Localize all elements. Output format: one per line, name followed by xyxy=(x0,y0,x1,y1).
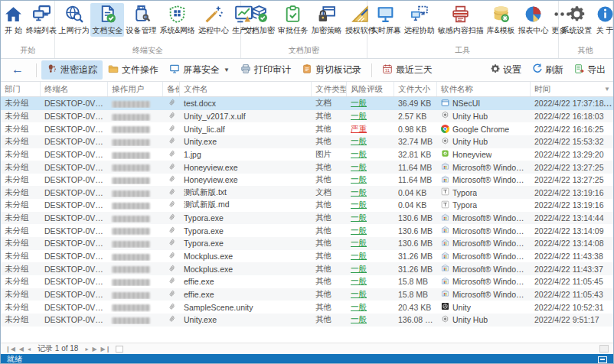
settings-button[interactable]: 设置 xyxy=(488,61,523,79)
leak-trace-button[interactable]: 泄密追踪 xyxy=(41,60,103,80)
row-more-button[interactable]: ... xyxy=(604,99,613,108)
ribbon-item-encryption-policy[interactable]: 加密策略 xyxy=(310,3,344,37)
ribbon-item-label: 加密策略 xyxy=(312,25,342,36)
ribbon-item-library-templates[interactable]: 库&模板 xyxy=(485,3,517,37)
ribbon-item-about[interactable]: 关 于 xyxy=(594,3,613,37)
ribbon-item-label: 上网行为 xyxy=(58,25,89,36)
col-header-attach[interactable]: 备份 xyxy=(163,82,180,96)
ribbon-item-live-screen[interactable]: 实时屏幕 xyxy=(369,3,403,37)
cell-time: 2022/4/22 13:27:25 xyxy=(531,175,613,184)
table-row[interactable]: 未分组DESKTOP-0VIDMDJUnity_lic.alf其他严重0.98 … xyxy=(1,122,613,135)
screen-security-button[interactable]: 屏幕安全▼ xyxy=(164,60,235,80)
col-header-software[interactable]: 软件名称 xyxy=(437,82,531,96)
ribbon-item-document-security[interactable]: 文档安全 xyxy=(90,3,124,37)
cell-attachment xyxy=(163,264,180,275)
ribbon-item-remote-center[interactable]: 远程中心 xyxy=(197,3,230,37)
table-row[interactable]: 未分组DESKTOP-0VIDMDJUnity_v2017.x.ulf其他一般2… xyxy=(1,110,613,123)
ribbon-item-sensitive-scan[interactable]: 敏感内容扫描 xyxy=(436,3,485,37)
risk-grade-link[interactable]: 一般 xyxy=(351,226,367,235)
cell-risk: 一般 xyxy=(347,251,394,262)
last-three-days-button[interactable]: 31最近三天 xyxy=(377,60,438,80)
column-filter-icon[interactable]: ▼ xyxy=(604,86,610,93)
ribbon-item-home[interactable]: 开 始 xyxy=(2,3,24,37)
table-row[interactable]: 未分组DESKTOP-0VIDMDJ测试新版.md其他一般0.04 KBTypo… xyxy=(1,199,613,212)
software-name: Microsoft® Windows® Oper... xyxy=(452,265,527,274)
table-row[interactable]: 未分组DESKTOP-0VIDMDJHoneyview.exe其他一般11.64… xyxy=(1,174,613,187)
table-row[interactable]: 未分组DESKTOP-0VIDMDJTypora.exe其他一般130.6 MB… xyxy=(1,224,613,237)
table-row[interactable]: 未分组DESKTOP-0VIDMDJTypora.exe其他一般130.6 MB… xyxy=(1,237,613,250)
risk-grade-link[interactable]: 一般 xyxy=(351,162,367,171)
risk-grade-link[interactable]: 一般 xyxy=(351,314,367,323)
next-step-button[interactable]: ▸ xyxy=(85,346,88,353)
ribbon-item-remote-assist[interactable]: 远程协助 xyxy=(403,3,436,37)
paperclip-icon xyxy=(165,162,178,173)
first-page-button[interactable]: ❙◀ xyxy=(5,346,15,353)
print-audit-button[interactable]: 打印审计 xyxy=(235,60,296,80)
cell-department: 未分组 xyxy=(1,213,41,223)
prev-page-button[interactable]: ◀ xyxy=(19,346,24,353)
paperclip-icon xyxy=(165,136,178,147)
table-row[interactable]: 未分组DESKTOP-0VIDMDJUnity.exe其他一般32.74 MBU… xyxy=(1,135,613,148)
table-row[interactable]: 未分组DESKTOP-0VIDMDJeffie.exe其他一般15.8 MBMi… xyxy=(1,288,613,301)
software-name: Honeyview xyxy=(452,150,492,159)
col-header-user[interactable]: 操作用户 xyxy=(108,82,163,96)
refresh-button[interactable]: 刷新 xyxy=(531,61,565,79)
prev-step-button[interactable]: ◂ xyxy=(28,346,31,353)
ribbon-item-system-settings[interactable]: 系统设置 xyxy=(560,3,594,37)
time-value: 2022/4/22 10:52:31 xyxy=(534,303,604,312)
col-header-size[interactable]: 文件大小 xyxy=(394,82,437,96)
risk-grade-link[interactable]: 一般 xyxy=(351,276,367,285)
ribbon-item-system-network[interactable]: 系统&网络 xyxy=(158,3,197,37)
table-row[interactable]: 未分组DESKTOP-0VIDMDJeffie.exe其他一般15.8 MBMi… xyxy=(1,275,613,288)
back-button[interactable]: ← xyxy=(7,63,31,78)
cell-time: 2022/4/22 13:14:44 xyxy=(531,213,613,223)
file-operations-button[interactable]: 文件操作 xyxy=(103,60,164,80)
next-page-button[interactable]: ▶ xyxy=(92,346,96,353)
col-header-filename[interactable]: 文件名 xyxy=(180,82,312,96)
table-row[interactable]: 未分组DESKTOP-0VIDMDJMockplus.exe其他一般31.26 … xyxy=(1,250,613,263)
risk-grade-link[interactable]: 一般 xyxy=(351,200,367,209)
table-row[interactable]: 未分组DESKTOP-0VIDMDJ1.jpg图片一般32.81 KBHoney… xyxy=(1,148,613,161)
clipboard-records-button[interactable]: 剪切板记录 xyxy=(296,60,367,80)
cell-user-blurred xyxy=(108,252,163,261)
ribbon-item-approval-tasks[interactable]: 审批任务 xyxy=(276,3,310,37)
ribbon-item-internet-behavior[interactable]: 上网行为 xyxy=(57,3,90,37)
cell-software: Microsoft® Windows® Oper... xyxy=(437,213,531,223)
export-button[interactable]: 导出 xyxy=(573,61,607,79)
risk-grade-link[interactable]: 一般 xyxy=(351,238,367,247)
risk-grade-link[interactable]: 一般 xyxy=(351,289,367,298)
table-row[interactable]: 未分组DESKTOP-0VIDMDJ测试新版.txt文档一般0.04 KBTyp… xyxy=(1,186,613,199)
risk-grade-link[interactable]: 一般 xyxy=(351,174,367,184)
table-row[interactable]: 未分组DESKTOP-0VIDMDJMockplus.exe其他一般31.26 … xyxy=(1,262,613,275)
risk-grade-link[interactable]: 一般 xyxy=(351,111,367,120)
col-header-terminal[interactable]: 终端名 xyxy=(41,82,108,96)
risk-grade-link[interactable]: 一般 xyxy=(351,213,367,222)
risk-grade-link[interactable]: 严重 xyxy=(351,124,367,133)
table-row[interactable]: 未分组DESKTOP-0VIDMDJtest.docx文档一般36.49 KBN… xyxy=(1,97,613,110)
col-header-time[interactable]: 时间▼ xyxy=(531,82,614,96)
risk-grade-link[interactable]: 一般 xyxy=(351,187,367,197)
last-page-button[interactable]: ▶❙ xyxy=(101,346,111,353)
ribbon-item-report-center[interactable]: 报表中心 xyxy=(516,3,550,37)
risk-grade-link[interactable]: 一般 xyxy=(351,251,367,260)
cell-department: 未分组 xyxy=(1,174,41,185)
risk-grade-link[interactable]: 一般 xyxy=(351,302,367,311)
col-header-risk[interactable]: 风险评级 xyxy=(347,82,394,96)
pager-extra-button[interactable] xyxy=(116,346,123,353)
ribbon-item-device-management[interactable]: 设备管理 xyxy=(124,3,158,37)
risk-grade-link[interactable]: 一般 xyxy=(351,149,367,158)
col-header-dept[interactable]: 部门 xyxy=(1,82,41,96)
cell-department: 未分组 xyxy=(1,136,41,147)
table-row[interactable]: 未分组DESKTOP-0VIDMDJUnity.exe其他一般136.08 MB… xyxy=(1,314,613,327)
col-header-filetype[interactable]: 文件类型 xyxy=(312,82,347,96)
table-row[interactable]: 未分组DESKTOP-0VIDMDJHoneyview.exe其他一般11.64… xyxy=(1,161,613,174)
risk-grade-link[interactable]: 一般 xyxy=(351,264,367,273)
risk-grade-link[interactable]: 一般 xyxy=(351,98,367,107)
table-row[interactable]: 未分组DESKTOP-0VIDMDJTypora.exe其他一般130.6 MB… xyxy=(1,212,613,225)
ribbon-item-terminal-list[interactable]: 终端列表 xyxy=(24,3,58,37)
ribbon-item-doc-encrypt[interactable]: 文档加密 xyxy=(243,3,276,37)
table-row[interactable]: 未分组DESKTOP-0VIDMDJSampleScene.unity其他一般2… xyxy=(1,301,613,314)
risk-grade-link[interactable]: 一般 xyxy=(351,136,367,145)
cell-terminal: DESKTOP-0VIDMDJ xyxy=(41,137,108,146)
cell-risk: 一般 xyxy=(347,314,394,325)
